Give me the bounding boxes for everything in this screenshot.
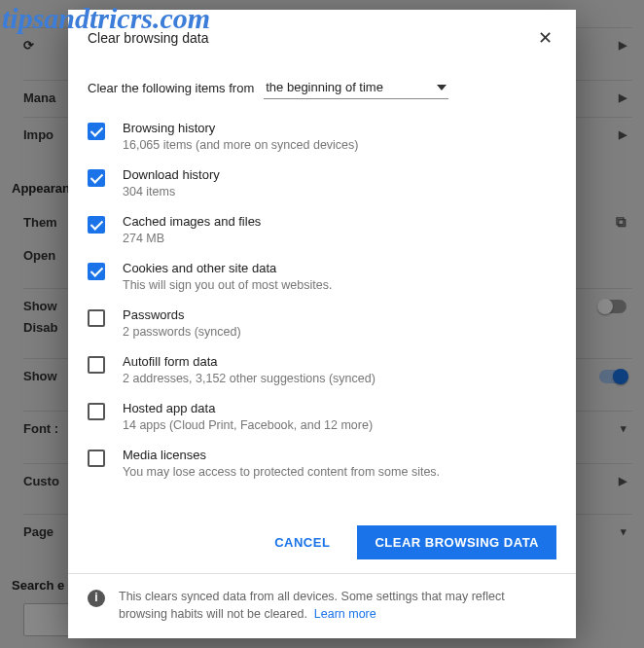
dialog-title: Clear browsing data [88,30,209,46]
option-description: 274 MB [123,232,261,245]
options-list: Browsing history16,065 items (and more o… [68,113,576,508]
option-row: Browsing history16,065 items (and more o… [88,113,556,160]
option-description: 2 addresses, 3,152 other suggestions (sy… [123,372,376,385]
option-label: Browsing history [123,121,359,135]
option-label: Hosted app data [123,401,373,415]
checkbox[interactable] [88,356,105,374]
option-description: 14 apps (Cloud Print, Facebook, and 12 m… [123,418,373,432]
option-label: Passwords [123,307,241,322]
time-range-select[interactable]: the beginning of time [264,76,448,99]
clear-browsing-data-button[interactable]: CLEAR BROWSING DATA [357,525,556,559]
option-row: Media licensesYou may lose access to pro… [88,440,556,486]
checkbox[interactable] [88,403,105,420]
checkbox[interactable] [88,450,105,467]
clear-browsing-data-dialog: Clear browsing data ✕ Clear the followin… [68,10,576,638]
option-description: 2 passwords (synced) [123,325,241,339]
checkbox[interactable] [88,263,105,280]
option-label: Media licenses [123,448,440,462]
option-description: 16,065 items (and more on synced devices… [123,138,359,152]
option-description: 304 items [123,185,220,198]
from-label: Clear the following items from [88,81,254,95]
cancel-button[interactable]: CANCEL [257,525,347,559]
option-description: This will sign you out of most websites. [123,278,332,292]
learn-more-link[interactable]: Learn more [314,607,376,621]
checkbox[interactable] [88,123,105,140]
option-row: Hosted app data14 apps (Cloud Print, Fac… [88,393,556,440]
option-label: Cached images and files [123,214,261,229]
option-label: Autofill form data [123,354,376,369]
option-row: Cookies and other site dataThis will sig… [88,253,556,300]
option-row: Passwords2 passwords (synced) [88,300,556,346]
checkbox[interactable] [88,216,105,234]
option-description: You may lose access to protected content… [123,465,440,479]
option-label: Cookies and other site data [123,261,332,275]
option-label: Download history [123,167,220,182]
close-icon[interactable]: ✕ [534,23,556,53]
option-row: Autofill form data2 addresses, 3,152 oth… [88,346,556,393]
checkbox[interactable] [88,309,105,327]
info-icon: i [88,590,105,607]
checkbox[interactable] [88,169,105,187]
footer-note-text: This clears synced data from all devices… [119,590,505,621]
option-row: Cached images and files274 MB [88,206,556,253]
option-row: Download history304 items [88,160,556,206]
chevron-down-icon [437,85,447,90]
